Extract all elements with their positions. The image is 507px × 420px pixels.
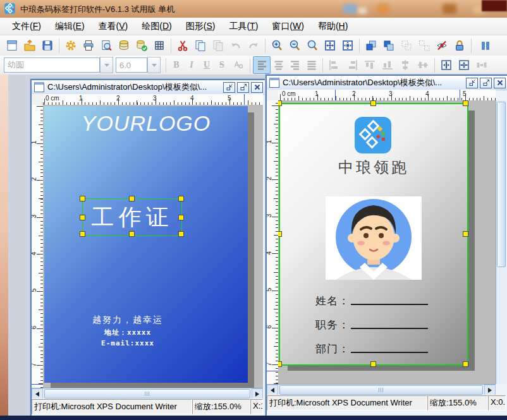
slogan-text[interactable]: 越努力，越幸运	[58, 315, 197, 326]
doc-right-canvas[interactable]: 中琅领跑	[278, 100, 496, 384]
underline-button[interactable]: U	[199, 57, 214, 73]
field-position-label[interactable]: 职务：	[315, 318, 350, 332]
field-department-label[interactable]: 部门：	[315, 342, 350, 356]
menu-window[interactable]: 窗口(W)	[265, 18, 311, 35]
scroll-left-button[interactable]	[32, 388, 43, 399]
minimize-button[interactable]	[466, 78, 478, 88]
scroll-thumb[interactable]	[44, 389, 250, 399]
selected-text-object[interactable]: 工作证	[82, 198, 182, 236]
selection-handle[interactable]	[463, 231, 468, 237]
menu-file[interactable]: 文件(F)	[5, 18, 48, 35]
close-button[interactable]	[251, 82, 263, 93]
menu-tools[interactable]: 工具(T)	[222, 18, 265, 35]
scroll-track[interactable]	[278, 385, 484, 395]
hide-button[interactable]	[433, 37, 451, 54]
doc-right-h-scrollbar[interactable]	[267, 384, 496, 395]
maximize-button[interactable]	[480, 78, 492, 88]
print-button[interactable]	[80, 37, 97, 54]
vertical-text-button[interactable]	[229, 57, 247, 74]
selection-handle[interactable]	[178, 215, 184, 220]
font-size-dropdown-button[interactable]	[147, 57, 161, 73]
field-name-line[interactable]	[351, 304, 428, 305]
doc-right-title-bar[interactable]: C:\Users\Administrator\Desktop\模板类似\...	[267, 76, 507, 90]
send-back-button[interactable]	[380, 37, 398, 54]
equal-spacing-button[interactable]	[473, 57, 491, 74]
align-text-justify-button[interactable]	[303, 57, 320, 73]
grid-button[interactable]	[150, 37, 168, 54]
bring-front-button[interactable]	[362, 37, 380, 54]
brand-logo-icon[interactable]	[355, 117, 391, 153]
selection-handle[interactable]	[80, 215, 85, 220]
undo-button[interactable]	[227, 37, 245, 54]
selection-handle[interactable]	[80, 196, 85, 201]
logo-text[interactable]: YOURLOGO	[44, 111, 248, 136]
group-button[interactable]	[398, 37, 415, 54]
center-vertical-button[interactable]	[414, 57, 432, 74]
lock-button[interactable]	[451, 37, 468, 54]
font-name-combo[interactable]: 幼圆	[4, 57, 100, 73]
scroll-right-button[interactable]	[484, 385, 496, 395]
doc-right-v-scrollbar[interactable]	[496, 100, 506, 384]
align-right-edges-button[interactable]	[343, 57, 361, 74]
scroll-right-button[interactable]	[252, 388, 263, 399]
italic-button[interactable]: I	[184, 57, 199, 73]
scroll-left-button[interactable]	[267, 385, 278, 395]
selection-handle[interactable]	[463, 100, 468, 106]
menu-help[interactable]: 帮助(H)	[311, 18, 355, 35]
selection-handle[interactable]	[278, 231, 282, 237]
zoom-button[interactable]	[303, 37, 321, 54]
new-button[interactable]	[3, 37, 21, 54]
copy-button[interactable]	[192, 37, 209, 54]
menu-view[interactable]: 查看(V)	[92, 18, 135, 35]
address-text[interactable]: 地址：xxxxx	[58, 328, 197, 337]
email-text[interactable]: E-mail:xxxx	[58, 339, 197, 347]
minimize-button[interactable]	[223, 82, 235, 93]
fit-selection-button[interactable]	[339, 37, 357, 54]
selection-handle[interactable]	[370, 361, 376, 367]
redo-button[interactable]	[245, 37, 262, 54]
brand-name-text[interactable]: 中琅领跑	[280, 157, 467, 177]
menu-shape[interactable]: 图形(S)	[179, 18, 223, 35]
settings-button[interactable]	[62, 37, 80, 54]
ungroup-button[interactable]	[415, 37, 433, 54]
menu-draw[interactable]: 绘图(D)	[135, 18, 178, 35]
align-bottom-edges-button[interactable]	[379, 57, 396, 74]
zoom-out-button[interactable]	[286, 37, 303, 54]
doc-left-title-bar[interactable]: C:\Users\Administrator\Desktop\模板类似\...	[32, 80, 266, 95]
doc-left-h-scrollbar[interactable]	[32, 388, 263, 399]
distribute-vertical-button[interactable]	[455, 57, 473, 74]
align-text-right-button[interactable]	[287, 57, 303, 73]
card-design-label[interactable]: 中琅领跑	[280, 104, 467, 364]
selection-handle[interactable]	[370, 100, 376, 106]
field-position-line[interactable]	[351, 328, 428, 329]
selection-handle[interactable]	[129, 196, 135, 201]
distribute-horizontal-button[interactable]	[437, 57, 455, 74]
print-preview-button[interactable]	[97, 37, 115, 54]
center-horizontal-button[interactable]	[396, 57, 414, 74]
close-button[interactable]	[494, 78, 506, 88]
menu-edit[interactable]: 编辑(E)	[48, 18, 92, 35]
selection-handle[interactable]	[178, 196, 184, 201]
selection-handle[interactable]	[178, 231, 184, 237]
selection-handle[interactable]	[278, 361, 282, 367]
clipped-toolbar-button[interactable]	[474, 37, 492, 54]
selection-handle[interactable]	[463, 361, 468, 367]
database-button[interactable]	[115, 37, 133, 54]
selection-handle[interactable]	[129, 231, 135, 237]
cut-button[interactable]	[174, 37, 192, 54]
align-text-left-button[interactable]	[253, 56, 271, 74]
scroll-thumb[interactable]	[497, 102, 506, 267]
align-text-center-button[interactable]	[271, 57, 287, 73]
zoom-in-button[interactable]	[268, 37, 286, 54]
open-button[interactable]	[21, 37, 39, 54]
avatar[interactable]	[326, 196, 422, 280]
badge-design-label[interactable]: YOURLOGO 工作证 越努力，越幸运 地址：xxx	[44, 106, 248, 383]
database-connect-button[interactable]	[133, 37, 150, 54]
scroll-track[interactable]	[43, 388, 252, 399]
field-name-label[interactable]: 姓名：	[315, 294, 350, 308]
align-top-edges-button[interactable]	[361, 57, 379, 74]
paste-button[interactable]	[209, 37, 227, 54]
strikethrough-button[interactable]: S	[214, 57, 229, 73]
field-department-line[interactable]	[351, 352, 428, 353]
bold-button[interactable]: B	[169, 57, 184, 73]
